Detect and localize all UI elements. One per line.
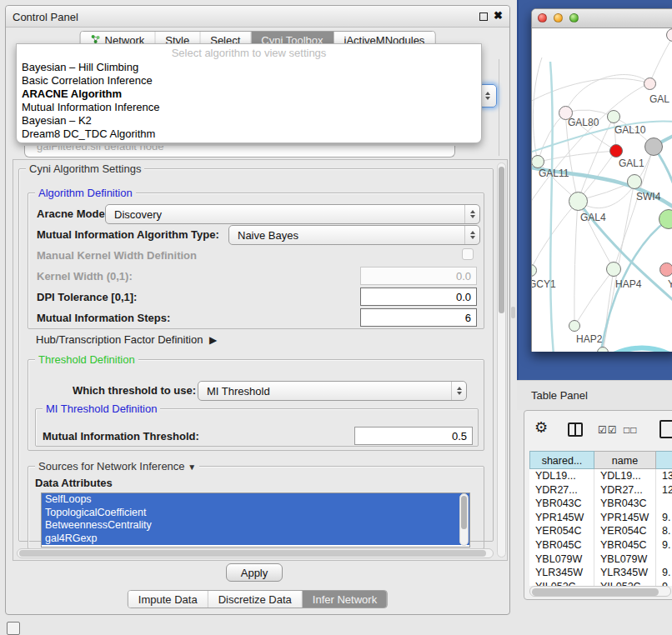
stepper-down-icon (485, 97, 490, 100)
close-traffic-light-icon[interactable] (538, 13, 547, 22)
float-window-icon[interactable] (479, 12, 488, 21)
collapse-down-icon[interactable]: ▼ (188, 462, 196, 472)
network-node-gal[interactable] (644, 78, 656, 90)
column-header-a[interactable]: A (656, 451, 672, 469)
kernel-width-input[interactable]: 0.0 (360, 267, 477, 285)
expand-right-icon[interactable]: ▶ (209, 334, 217, 346)
network-node-gal10[interactable] (607, 110, 620, 123)
network-canvas[interactable]: GALGAL80GAL10GAL1GAL11SWI4GAL4GCY1HAP4YH… (532, 28, 672, 352)
column-header-name[interactable]: name (594, 451, 656, 469)
deselect-all-icon[interactable]: □□ (624, 424, 638, 436)
algorithm-option-basic-correlation-inference[interactable]: Basic Correlation Inference (17, 74, 481, 88)
network-node-hap2[interactable] (569, 320, 580, 332)
which-threshold-select[interactable]: MI Threshold (198, 381, 467, 401)
algorithm-option-dream8-dc-tdc-algorithm[interactable]: Dream8 DC_TDC Algorithm (17, 128, 481, 141)
dropdown-placeholder: Select algorithm to view settings (17, 44, 481, 61)
tab-infer-network[interactable]: Infer Network (303, 591, 387, 608)
node-label: GAL11 (539, 168, 569, 179)
manual-kernel-checkbox[interactable] (462, 248, 474, 260)
which-threshold-label: Which threshold to use: (73, 384, 196, 397)
list-vertical-scrollbar[interactable] (459, 493, 469, 546)
attribute-item-selfloops[interactable]: SelfLoops (42, 493, 469, 507)
bottom-tab-bar: Impute DataDiscretize DataInfer Network (128, 590, 388, 608)
clipped-toolbar-icon[interactable] (659, 420, 672, 438)
algorithm-option-aracne-algorithm[interactable]: ARACNE Algorithm (17, 88, 481, 101)
gear-icon[interactable]: ⚙ (534, 418, 548, 437)
combo-value: Naive Bayes (229, 229, 464, 242)
table-row[interactable]: YBR043CYBR043C (529, 497, 672, 511)
scrollbar-thumb[interactable] (461, 496, 467, 529)
table-cell: YBR043C (529, 497, 594, 511)
table-cell: 9. (656, 511, 672, 525)
tab-discretize-data[interactable]: Discretize Data (208, 591, 303, 608)
table-horizontal-scrollbar[interactable] (529, 586, 671, 597)
table-row[interactable]: YDR27...YDR27...12 (529, 483, 672, 498)
column-header-shared[interactable]: shared... (529, 451, 594, 469)
hub-section-label[interactable]: Hub/Transcription Factor Definition ▶ (36, 333, 213, 346)
node-label: GCY1 (532, 278, 556, 290)
algorithm-option-bayesian-hill-climbing[interactable]: Bayesian – Hill Climbing (17, 61, 481, 74)
algorithm-option-mutual-information-inference[interactable]: Mutual Information Inference (17, 101, 481, 114)
table-row[interactable]: YER054CYER054C8. (529, 524, 672, 538)
dpi-tolerance-input[interactable]: 0.0 (360, 288, 477, 306)
tab-label: Infer Network (313, 593, 377, 606)
table-cell: 9. (656, 580, 672, 586)
table-cell: 9. (656, 538, 672, 552)
clipped-combo-box[interactable]: galFiltered.sif default node (24, 146, 455, 158)
table-row[interactable]: YBR045CYBR045C9. (529, 538, 672, 552)
select-all-icon[interactable]: ☑☑ (598, 424, 618, 436)
panel-title: Control Panel (13, 11, 78, 23)
mi-threshold-label: Mutual Information Threshold: (43, 430, 199, 442)
network-node-y[interactable] (659, 262, 672, 277)
minimize-traffic-light-icon[interactable] (554, 13, 563, 22)
aracne-mode-select[interactable]: Discovery (105, 204, 480, 224)
network-window-titlebar[interactable] (532, 9, 672, 28)
table-cell (656, 552, 672, 567)
mi-algorithm-type-select[interactable]: Naive Bayes (228, 225, 480, 245)
network-node-swi4[interactable] (627, 174, 642, 189)
network-node[interactable] (644, 138, 663, 156)
panel-divider[interactable] (511, 307, 515, 318)
scrollbar-thumb[interactable] (532, 588, 659, 596)
scrollbar-thumb[interactable] (499, 167, 504, 313)
node-label: Y (668, 278, 672, 290)
table-row[interactable]: YBL079WYBL079W (529, 552, 672, 567)
table-row[interactable]: YDL19...YDL19...13 (529, 469, 672, 483)
settings-vertical-scrollbar[interactable] (497, 162, 506, 558)
group-title: Threshold Definition (35, 353, 138, 366)
attribute-item-gal4rgexp[interactable]: gal4RGexp (42, 532, 469, 546)
mi-steps-input[interactable]: 6 (360, 308, 477, 327)
settings-horizontal-scrollbar[interactable] (17, 548, 494, 558)
table-row[interactable]: YPR145WYPR145W9. (529, 511, 672, 525)
control-panel: Control Panel ✖ NetworkStyleSelectCyni T… (5, 5, 510, 615)
node-label: GAL (649, 93, 669, 105)
scrollbar-thumb[interactable] (19, 550, 486, 557)
network-node-gal1[interactable] (609, 144, 623, 158)
node-label: SWI4 (636, 191, 660, 202)
sources-group: Sources for Network Inference ▼ Data Att… (28, 466, 484, 549)
algorithm-option-bayesian-k2[interactable]: Bayesian – K2 (17, 114, 481, 128)
split-columns-icon[interactable] (568, 422, 583, 437)
close-icon[interactable]: ✖ (494, 9, 503, 22)
combo-value: Discovery (106, 208, 464, 221)
table-cell: YLR345W (529, 566, 594, 580)
attribute-item-topologicalcoefficient[interactable]: TopologicalCoefficient (42, 507, 469, 520)
network-node-hap4[interactable] (606, 262, 621, 277)
data-attributes-list[interactable]: SelfLoopsTopologicalCoefficientBetweenne… (41, 492, 470, 548)
tab-impute-data[interactable]: Impute Data (128, 591, 208, 608)
threshold-definition-group: Threshold Definition Which threshold to … (28, 359, 484, 451)
network-node-gal4[interactable] (569, 192, 588, 211)
hidden-groupbox-edge (499, 59, 499, 156)
network-window: GALGAL80GAL10GAL1GAL11SWI4GAL4GCY1HAP4YH… (531, 8, 672, 352)
table-row[interactable]: YIL052CYIL052C9. (529, 580, 672, 586)
apply-button[interactable]: Apply (226, 563, 283, 582)
group-title: Cyni Algorithm Settings (26, 162, 144, 175)
algorithm-list: Bayesian – Hill ClimbingBasic Correlatio… (17, 61, 481, 141)
mi-threshold-input[interactable]: 0.5 (354, 427, 473, 445)
dock-panel-icon[interactable] (7, 622, 20, 635)
stepper-up-icon (485, 92, 490, 95)
node-label: GAL80 (568, 117, 599, 128)
zoom-traffic-light-icon[interactable] (569, 13, 579, 22)
table-row[interactable]: YLR345WYLR345W9. (529, 566, 672, 580)
attribute-item-betweennesscentrality[interactable]: BetweennessCentrality (42, 519, 469, 532)
